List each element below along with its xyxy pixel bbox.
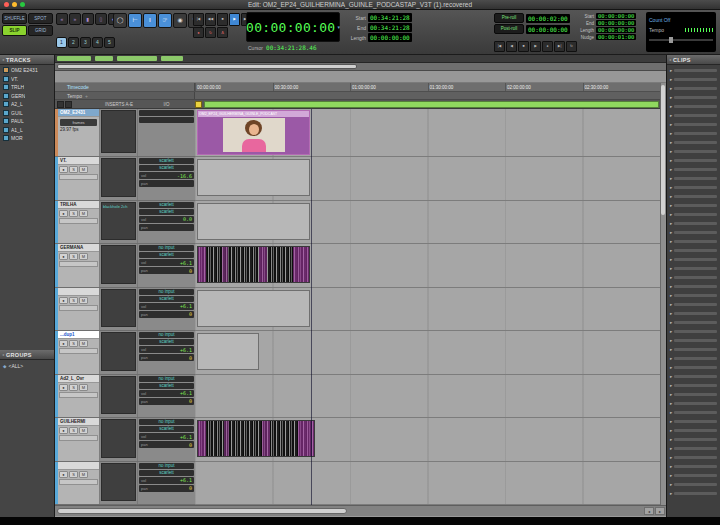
mini-play-button[interactable]: ▶	[530, 41, 541, 52]
pan-display[interactable]: pan0	[139, 398, 194, 405]
solo-button[interactable]: S	[69, 384, 78, 391]
clip-row[interactable]: ▸	[667, 426, 720, 435]
volume-display[interactable]: vol+6.1	[139, 346, 194, 353]
clip-arrow-icon[interactable]: ▸	[670, 491, 672, 496]
clip-row[interactable]: ▸	[667, 111, 720, 120]
zoom-out-button[interactable]: «	[56, 13, 68, 25]
pan-display[interactable]: pan0	[139, 441, 194, 448]
counter-dropdown-icon[interactable]: ▾	[337, 24, 340, 30]
post-roll-button[interactable]: Post-roll	[494, 24, 524, 34]
clip-arrow-icon[interactable]: ▸	[670, 176, 672, 181]
rewind-button[interactable]: ◀◀	[205, 13, 216, 26]
track-view-selector[interactable]	[59, 392, 98, 398]
sidebar-track-item[interactable]: A2_L	[0, 100, 54, 109]
zoom-preset-5[interactable]: 5	[104, 37, 115, 48]
tempo-ruler[interactable]: Tempo +	[55, 92, 666, 100]
inserts-slot[interactable]	[100, 418, 138, 461]
collapse-tracks-icon[interactable]: ◂	[2, 57, 4, 62]
track-name[interactable]: GUILHERMI	[58, 418, 99, 426]
track-lane[interactable]	[195, 201, 660, 245]
clip-arrow-icon[interactable]: ▸	[670, 464, 672, 469]
solo-button[interactable]: S	[69, 340, 78, 347]
clip-row[interactable]: ▸	[667, 408, 720, 417]
zoom-preset-4[interactable]: 4	[92, 37, 103, 48]
pan-display[interactable]: pan	[139, 180, 194, 187]
clip-arrow-icon[interactable]: ▸	[670, 230, 672, 235]
mute-button[interactable]: M	[79, 427, 88, 434]
metronome-button[interactable]: Δ	[217, 27, 228, 38]
clip-row[interactable]: ▸	[667, 399, 720, 408]
clip-row[interactable]: ▸	[667, 147, 720, 156]
clip-row[interactable]: ▸	[667, 201, 720, 210]
clip-arrow-icon[interactable]: ▸	[670, 329, 672, 334]
clip-row[interactable]: ▸	[667, 264, 720, 273]
input-selector[interactable]: no input	[139, 289, 194, 295]
clip-arrow-icon[interactable]: ▸	[670, 338, 672, 343]
clip-arrow-icon[interactable]: ▸	[670, 185, 672, 190]
clip-arrow-icon[interactable]: ▸	[670, 104, 672, 109]
clip-row[interactable]: ▸	[667, 444, 720, 453]
mute-button[interactable]: M	[79, 253, 88, 260]
audio-clip-waveform[interactable]	[197, 246, 310, 283]
pan-display[interactable]: pan	[139, 224, 194, 231]
video-clip[interactable]: OM2_EP24_GUILHERMINA_GUINLE_PODCAST	[197, 110, 310, 155]
solo-button[interactable]: S	[69, 166, 78, 173]
clip-arrow-icon[interactable]: ▸	[670, 419, 672, 424]
volume-display[interactable]: vol+6.1	[139, 477, 194, 484]
clip-row[interactable]: ▸	[667, 489, 720, 498]
volume-display[interactable]: vol+6.1	[139, 303, 194, 310]
tempo-slider[interactable]	[649, 39, 713, 41]
inserts-slot[interactable]	[100, 331, 138, 374]
clip-arrow-icon[interactable]: ▸	[670, 437, 672, 442]
loop-playback-button[interactable]: ↻	[205, 27, 216, 38]
clip-row[interactable]: ▸	[667, 93, 720, 102]
sidebar-track-item[interactable]: GERN	[0, 92, 54, 101]
grabber-tool-icon[interactable]: ☞	[158, 13, 172, 28]
input-selector[interactable]	[139, 110, 194, 116]
zoom-preset-2[interactable]: 2	[68, 37, 79, 48]
clip-arrow-icon[interactable]: ▸	[670, 203, 672, 208]
track-view-selector[interactable]	[59, 305, 98, 311]
trim-tool-icon[interactable]: ⊢	[128, 13, 142, 28]
record-enable-button[interactable]: ●	[59, 297, 68, 304]
pre-roll-value[interactable]: 00:00:02:00	[526, 14, 570, 23]
track-name[interactable]: OM2_E2431	[58, 109, 99, 117]
slip-mode-button[interactable]: SLIP	[2, 25, 27, 36]
clip-arrow-icon[interactable]: ▸	[670, 401, 672, 406]
clip-arrow-icon[interactable]: ▸	[670, 95, 672, 100]
volume-display[interactable]: vol+6.1	[139, 390, 194, 397]
clip-arrow-icon[interactable]: ▸	[670, 212, 672, 217]
timeline-scrollbar[interactable]	[55, 63, 666, 71]
clip-row[interactable]: ▸	[667, 255, 720, 264]
solo-button[interactable]: S	[69, 471, 78, 478]
mute-button[interactable]: M	[79, 166, 88, 173]
audio-clip[interactable]	[197, 290, 310, 327]
clip-arrow-icon[interactable]: ▸	[670, 131, 672, 136]
selection-length-value[interactable]: 00:00:00:00	[368, 33, 412, 42]
output-selector[interactable]: scarlett	[139, 209, 194, 215]
clip-row[interactable]: ▸	[667, 219, 720, 228]
selection-start-value[interactable]: 00:34:21:28	[368, 13, 412, 22]
range-end-value[interactable]: 00:00:00:00	[596, 20, 636, 26]
track-name[interactable]: Ad2_L_Ovr	[58, 375, 99, 383]
main-counter[interactable]: 00:00:00:00 ▾	[246, 12, 340, 42]
inserts-slot[interactable]	[100, 462, 138, 505]
stop-button[interactable]: ■	[217, 13, 228, 26]
clip-row[interactable]: ▸	[667, 318, 720, 327]
clip-arrow-icon[interactable]: ▸	[670, 446, 672, 451]
record-enable-button[interactable]: ●	[59, 253, 68, 260]
clip-row[interactable]: ▸	[667, 291, 720, 300]
add-tempo-event-icon[interactable]: +	[85, 92, 88, 100]
audio-clip-waveform[interactable]	[197, 420, 315, 457]
track-name[interactable]: TRILHA	[58, 201, 99, 209]
input-selector[interactable]: no input	[139, 332, 194, 338]
mute-button[interactable]: M	[79, 471, 88, 478]
clip-row[interactable]: ▸	[667, 192, 720, 201]
clip-row[interactable]: ▸	[667, 453, 720, 462]
pan-display[interactable]: pan0	[139, 267, 194, 274]
pan-display[interactable]: pan0	[139, 354, 194, 361]
track-lane[interactable]	[195, 375, 660, 419]
clip-row[interactable]: ▸	[667, 327, 720, 336]
clip-arrow-icon[interactable]: ▸	[670, 455, 672, 460]
clip-row[interactable]: ▸	[667, 345, 720, 354]
